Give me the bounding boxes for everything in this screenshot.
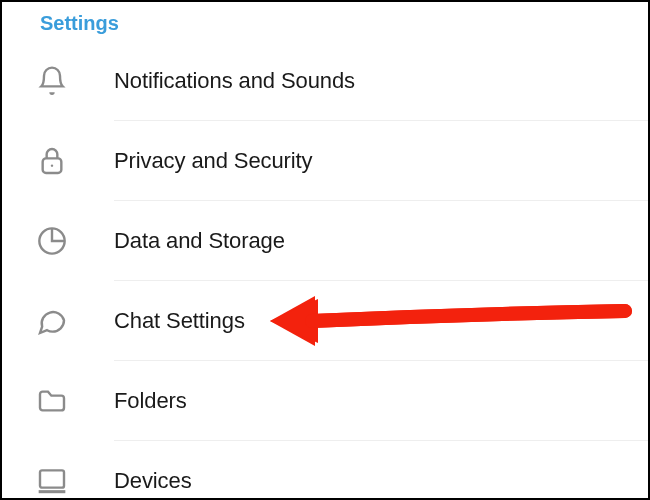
settings-item-label: Chat Settings [114,308,245,334]
settings-item-label: Notifications and Sounds [114,68,355,94]
settings-item-folders[interactable]: Folders [2,361,648,441]
svg-marker-4 [270,299,318,343]
bell-icon [2,65,114,97]
settings-item-notifications[interactable]: Notifications and Sounds [2,41,648,121]
settings-item-label: Privacy and Security [114,148,313,174]
devices-icon [2,465,114,497]
annotation-arrow [270,286,640,356]
svg-point-1 [51,164,53,166]
settings-item-chat-settings[interactable]: Chat Settings [2,281,648,361]
settings-list: Notifications and Sounds Privacy and Sec… [2,41,648,500]
svg-marker-3 [270,296,315,346]
settings-header: Settings [2,2,648,41]
pie-icon [2,225,114,257]
settings-item-label: Data and Storage [114,228,285,254]
chat-icon [2,305,114,337]
settings-item-devices[interactable]: Devices [2,441,648,500]
settings-item-privacy[interactable]: Privacy and Security [2,121,648,201]
svg-rect-5 [40,470,64,487]
settings-title: Settings [40,12,119,34]
settings-item-label: Folders [114,388,187,414]
settings-item-data-storage[interactable]: Data and Storage [2,201,648,281]
lock-icon [2,145,114,177]
settings-item-label: Devices [114,468,192,494]
folder-icon [2,385,114,417]
